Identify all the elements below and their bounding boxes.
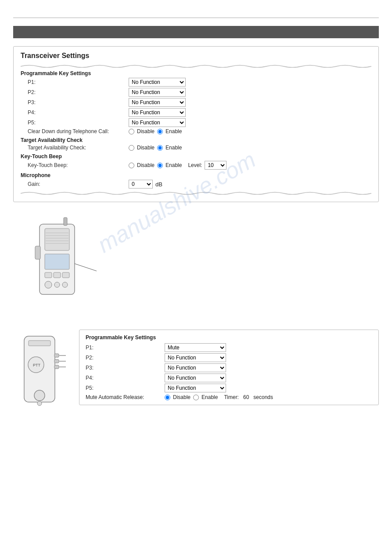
bottom-radio-svg: PTT bbox=[13, 330, 70, 417]
mute-disable-label: Disable bbox=[173, 394, 191, 400]
svg-text:PTT: PTT bbox=[33, 363, 41, 367]
p3-dropdown[interactable]: No Function Mute bbox=[129, 98, 186, 107]
target-check-control: Disable Enable bbox=[129, 145, 182, 151]
bot-p1-row: P1: Mute No Function Monitor bbox=[86, 343, 372, 352]
p4-row: P4: No Function Mute bbox=[21, 108, 371, 117]
p2-row: P2: No Function Mute bbox=[21, 88, 371, 97]
timer-label: Timer: bbox=[224, 394, 239, 400]
p1-row: P1: No Function Mute Monitor Scan bbox=[21, 78, 371, 87]
dark-header-bar bbox=[13, 26, 379, 38]
p4-dropdown[interactable]: No Function Mute bbox=[129, 108, 186, 117]
mute-disable-radio[interactable] bbox=[165, 395, 170, 400]
p1-label: P1: bbox=[28, 79, 129, 85]
svg-point-28 bbox=[37, 401, 42, 406]
svg-rect-11 bbox=[35, 246, 40, 259]
programmable-key-section: Programmable Key Settings P1: No Functio… bbox=[21, 70, 371, 134]
level-text-label: Level: bbox=[188, 162, 202, 168]
bottom-prog-box: Programmable Key Settings P1: Mute No Fu… bbox=[79, 330, 379, 405]
p2-label: P2: bbox=[28, 89, 129, 95]
p1-control: No Function Mute Monitor Scan bbox=[129, 78, 186, 87]
mute-enable-radio[interactable] bbox=[193, 395, 199, 400]
svg-rect-21 bbox=[54, 354, 59, 357]
key-touch-label: Key-Touch Beep: bbox=[28, 162, 129, 168]
bottom-prog-title: Programmable Key Settings bbox=[86, 334, 372, 341]
target-availability-header: Target Availability Check bbox=[21, 137, 371, 143]
clear-down-label: Clear Down during Telephone Call: bbox=[28, 128, 129, 134]
bot-p2-label: P2: bbox=[86, 355, 165, 361]
p5-dropdown[interactable]: No Function Mute bbox=[129, 118, 186, 127]
target-enable-radio[interactable] bbox=[157, 145, 163, 151]
bot-p1-dropdown[interactable]: Mute No Function Monitor bbox=[165, 343, 226, 352]
svg-point-15 bbox=[62, 282, 68, 287]
wave-top-divider bbox=[21, 63, 371, 68]
gain-unit-label: dB bbox=[155, 181, 162, 188]
target-disable-label: Disable bbox=[137, 145, 155, 151]
keytouch-enable-radio[interactable] bbox=[157, 163, 163, 168]
mute-release-row: Mute Automatic Release: Disable Enable T… bbox=[86, 394, 372, 400]
bot-p2-dropdown[interactable]: No Function Mute bbox=[165, 353, 226, 362]
keytouch-disable-radio[interactable] bbox=[129, 163, 134, 168]
p4-label: P4: bbox=[28, 109, 129, 116]
p3-control: No Function Mute bbox=[129, 98, 186, 107]
bot-p2-row: P2: No Function Mute bbox=[86, 353, 372, 362]
timer-unit: seconds bbox=[253, 394, 273, 400]
svg-rect-16 bbox=[64, 218, 67, 225]
prog-key-header: Programmable Key Settings bbox=[21, 70, 371, 76]
transceiver-settings-box: Transceiver Settings Programmable Key Se… bbox=[13, 46, 379, 202]
bot-p5-label: P5: bbox=[86, 385, 165, 391]
wave-bottom-divider bbox=[21, 190, 371, 195]
svg-rect-9 bbox=[54, 272, 61, 278]
bot-p5-row: P5: No Function Mute bbox=[86, 384, 372, 392]
bot-p4-label: P4: bbox=[86, 375, 165, 381]
bot-p3-label: P3: bbox=[86, 365, 165, 371]
top-device-section bbox=[26, 215, 379, 316]
clear-down-enable-radio[interactable] bbox=[157, 129, 163, 134]
svg-rect-22 bbox=[54, 359, 59, 363]
p5-control: No Function Mute bbox=[129, 118, 186, 127]
level-dropdown[interactable]: 1234 5678 910 bbox=[205, 161, 227, 170]
bottom-device-image: PTT bbox=[13, 330, 70, 419]
clear-down-row: Clear Down during Telephone Call: Disabl… bbox=[21, 128, 371, 134]
bot-p3-row: P3: No Function Mute bbox=[86, 363, 372, 372]
keytouch-disable-label: Disable bbox=[137, 162, 155, 168]
key-touch-control: Disable Enable Level: 1234 5678 910 bbox=[129, 161, 227, 170]
svg-rect-1 bbox=[45, 229, 69, 250]
bottom-section: PTT Programmable Key Settings P1: Mute N… bbox=[13, 330, 379, 419]
svg-rect-10 bbox=[62, 272, 69, 278]
clear-down-disable-label: Disable bbox=[137, 128, 155, 134]
p1-dropdown[interactable]: No Function Mute Monitor Scan bbox=[129, 78, 186, 87]
gain-row: Gain: 0 -3-6-9 369 dB bbox=[21, 180, 371, 189]
target-check-row: Target Availability Check: Disable Enabl… bbox=[21, 145, 371, 151]
gain-control: 0 -3-6-9 369 dB bbox=[129, 180, 162, 189]
bot-p4-row: P4: No Function Mute bbox=[86, 374, 372, 382]
top-device-image bbox=[26, 215, 97, 316]
svg-rect-23 bbox=[54, 365, 59, 369]
bot-p3-dropdown[interactable]: No Function Mute bbox=[165, 363, 226, 372]
bot-p5-dropdown[interactable]: No Function Mute bbox=[165, 384, 226, 392]
p3-row: P3: No Function Mute bbox=[21, 98, 371, 107]
target-enable-label: Enable bbox=[165, 145, 182, 151]
svg-rect-8 bbox=[45, 272, 52, 278]
target-disable-radio[interactable] bbox=[129, 145, 134, 151]
transceiver-settings-title: Transceiver Settings bbox=[21, 52, 371, 60]
bot-p4-dropdown[interactable]: No Function Mute bbox=[165, 374, 226, 382]
clear-down-control: Disable Enable bbox=[129, 128, 182, 134]
p2-dropdown[interactable]: No Function Mute bbox=[129, 88, 186, 97]
mute-release-label: Mute Automatic Release: bbox=[86, 394, 165, 400]
p3-label: P3: bbox=[28, 99, 129, 105]
clear-down-disable-radio[interactable] bbox=[129, 129, 134, 134]
microphone-header: Microphone bbox=[21, 172, 371, 178]
gain-dropdown[interactable]: 0 -3-6-9 369 bbox=[129, 180, 153, 189]
target-check-label: Target Availability Check: bbox=[28, 145, 129, 151]
target-availability-section: Target Availability Check Target Availab… bbox=[21, 137, 371, 151]
p4-control: No Function Mute bbox=[129, 108, 186, 117]
clear-down-enable-label: Enable bbox=[165, 128, 182, 134]
svg-line-12 bbox=[75, 264, 97, 277]
microphone-section: Microphone Gain: 0 -3-6-9 369 dB bbox=[21, 172, 371, 189]
keytouch-enable-label: Enable bbox=[165, 162, 182, 168]
key-touch-row: Key-Touch Beep: Disable Enable Level: 12… bbox=[21, 161, 371, 170]
key-touch-section: Key-Touch Beep Key-Touch Beep: Disable E… bbox=[21, 153, 371, 170]
bot-p1-label: P1: bbox=[86, 345, 165, 351]
top-radio-svg bbox=[26, 215, 97, 316]
main-content: Transceiver Settings Programmable Key Se… bbox=[13, 46, 379, 316]
